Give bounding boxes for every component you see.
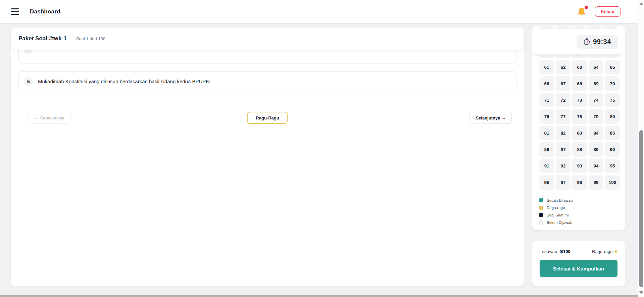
logout-button[interactable]: Keluar — [595, 6, 621, 17]
legend-swatch — [539, 213, 543, 217]
question-number-69[interactable]: 69 — [589, 76, 603, 91]
question-number-grid: 6162636465666768697071727374757677787980… — [539, 60, 618, 190]
question-number-83[interactable]: 83 — [572, 126, 587, 140]
question-number-66[interactable]: 66 — [539, 76, 554, 91]
question-number-94[interactable]: 94 — [589, 158, 603, 173]
question-number-63[interactable]: 63 — [572, 60, 587, 75]
question-number-clipped — [587, 26, 602, 29]
question-number-76[interactable]: 76 — [539, 109, 554, 124]
hamburger-menu-icon[interactable] — [11, 7, 22, 17]
question-number-73[interactable]: 73 — [572, 93, 587, 107]
timer-chip: 99:34 — [577, 35, 618, 49]
question-nav-row: ← Sebelumnya Ragu-Ragu Selanjutnya → — [18, 112, 516, 124]
question-number-89[interactable]: 89 — [589, 142, 603, 157]
timer-bar: 99:34 — [532, 29, 625, 54]
question-navigator-panel: 99:34 6162636465666768697071727374757677… — [532, 26, 625, 230]
legend-item: Soal Saat Ini — [539, 211, 618, 219]
question-number-96[interactable]: 96 — [539, 175, 554, 190]
question-number-97[interactable]: 97 — [556, 175, 571, 190]
exam-sticky-header: Paket Soal #twk-1 Soal 1 dari 100 — [11, 28, 524, 50]
question-number-64[interactable]: 64 — [589, 60, 603, 75]
question-number-clipped — [555, 55, 570, 58]
question-number-92[interactable]: 92 — [556, 158, 571, 173]
question-number-100[interactable]: 100 — [605, 175, 620, 190]
question-number-clipped — [571, 55, 586, 58]
scrollbar-thumb[interactable] — [639, 130, 643, 287]
stopwatch-icon — [584, 38, 590, 45]
bottom-edge-strip — [0, 295, 638, 297]
question-number-68[interactable]: 68 — [572, 76, 587, 91]
legend-label: Soal Saat Ini — [547, 213, 568, 217]
question-panel: Paket Soal #twk-1 Soal 1 dari 100 E Muka… — [11, 28, 524, 286]
legend-swatch — [539, 206, 543, 210]
question-number-72[interactable]: 72 — [556, 93, 571, 107]
scroll-down-arrow-icon[interactable] — [639, 291, 643, 294]
question-grid-clipped-row — [539, 55, 618, 58]
question-number-81[interactable]: 81 — [539, 126, 554, 140]
question-number-99[interactable]: 99 — [589, 175, 603, 190]
app-bar: Dashboard Keluar — [0, 0, 638, 23]
legend-item: Ragu-ragu — [539, 204, 618, 211]
question-number-84[interactable]: 84 — [589, 126, 603, 140]
unread-notification-dot — [585, 6, 588, 9]
question-number-93[interactable]: 93 — [572, 158, 587, 173]
question-number-67[interactable]: 67 — [556, 76, 571, 91]
notification-bell-icon[interactable] — [577, 7, 586, 16]
doubt-count: Ragu-ragu: 0 — [592, 249, 617, 254]
question-number-79[interactable]: 79 — [589, 109, 603, 124]
answered-value: 0/100 — [559, 249, 571, 254]
doubt-value: 0 — [615, 249, 617, 254]
mark-doubt-button[interactable]: Ragu-Ragu — [247, 112, 288, 124]
timer-value: 99:34 — [593, 38, 611, 46]
legend-label: Belum Dijawab — [547, 220, 573, 225]
page-scrollbar[interactable] — [638, 0, 644, 297]
legend-label: Sudah Dijawab — [547, 198, 573, 202]
option-text: Mukadimah Konstitusi yang disusun berdas… — [38, 79, 210, 84]
question-number-71[interactable]: 71 — [539, 93, 554, 107]
question-number-75[interactable]: 75 — [605, 93, 620, 107]
question-number-70[interactable]: 70 — [605, 76, 620, 91]
question-grid-clipped-row-top — [539, 26, 618, 29]
page-title: Dashboard — [30, 8, 60, 15]
question-number-clipped — [587, 55, 602, 58]
legend-label: Ragu-ragu — [547, 206, 565, 210]
legend-swatch — [539, 220, 543, 225]
question-number-clipped — [571, 26, 586, 29]
question-number-clipped — [539, 55, 554, 58]
exam-title: Paket Soal #twk-1 — [18, 35, 67, 42]
question-number-95[interactable]: 95 — [605, 158, 620, 173]
answered-count: Terjawab: 0/100 — [540, 249, 571, 254]
question-number-clipped — [555, 26, 570, 29]
question-number-85[interactable]: 85 — [605, 126, 620, 140]
question-number-61[interactable]: 61 — [539, 60, 554, 75]
question-number-90[interactable]: 90 — [605, 142, 620, 157]
option-letter-badge — [24, 50, 33, 54]
summary-panel: Terjawab: 0/100 Ragu-ragu: 0 Selesai & K… — [532, 241, 625, 286]
question-number-78[interactable]: 78 — [572, 109, 587, 124]
scroll-up-arrow-icon[interactable] — [639, 2, 643, 5]
question-number-62[interactable]: 62 — [556, 60, 571, 75]
question-number-88[interactable]: 88 — [572, 142, 587, 157]
question-number-91[interactable]: 91 — [539, 158, 554, 173]
legend-item: Sudah Dijawab — [539, 197, 618, 204]
question-number-74[interactable]: 74 — [589, 93, 603, 107]
question-number-98[interactable]: 98 — [572, 175, 587, 190]
question-number-87[interactable]: 87 — [556, 142, 571, 157]
next-question-button[interactable]: Selanjutnya → — [469, 112, 512, 124]
legend-item: Belum Dijawab — [539, 219, 618, 226]
status-legend: Sudah DijawabRagu-raguSoal Saat IniBelum… — [539, 197, 618, 226]
question-number-80[interactable]: 80 — [605, 109, 620, 124]
question-number-82[interactable]: 82 — [556, 126, 571, 140]
question-number-86[interactable]: 86 — [539, 142, 554, 157]
legend-swatch — [539, 198, 543, 202]
question-number-clipped — [603, 55, 618, 58]
question-number-clipped — [603, 26, 618, 29]
finish-submit-button[interactable]: Selesai & Kumpulkan — [540, 260, 617, 277]
option-card-partial[interactable] — [18, 50, 516, 63]
question-number-65[interactable]: 65 — [605, 60, 620, 75]
previous-question-button[interactable]: ← Sebelumnya — [29, 112, 70, 124]
question-number-77[interactable]: 77 — [556, 109, 571, 124]
option-letter-badge: E — [24, 77, 33, 86]
question-number-clipped — [539, 26, 554, 29]
option-card-e[interactable]: E Mukadimah Konstitusi yang disusun berd… — [18, 71, 516, 91]
